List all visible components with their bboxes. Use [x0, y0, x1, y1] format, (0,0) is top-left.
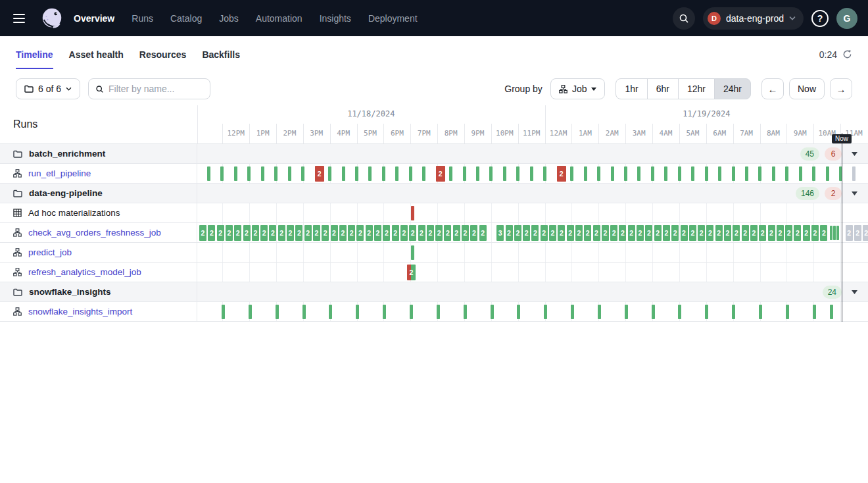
run-bar[interactable]	[624, 166, 627, 181]
run-bar[interactable]	[570, 166, 573, 181]
deployment-selector[interactable]: D data-eng-prod	[703, 7, 804, 30]
run-bar[interactable]	[261, 166, 264, 181]
job-row-check-avg-orders-freshness-job[interactable]: check_avg_orders_freshness_job2222222222…	[0, 223, 868, 243]
run-bar[interactable]	[329, 305, 332, 319]
run-bar[interactable]: 2	[523, 225, 530, 241]
run-bar[interactable]	[836, 226, 839, 240]
run-bar[interactable]	[852, 166, 856, 181]
run-bar[interactable]: 2	[217, 225, 224, 241]
run-bar[interactable]: 2	[863, 225, 868, 241]
run-bar[interactable]	[395, 166, 398, 181]
nav-item-insights[interactable]: Insights	[320, 13, 351, 24]
run-bar[interactable]	[625, 305, 628, 319]
run-bar[interactable]: 2	[637, 225, 644, 241]
run-bar[interactable]: 2	[436, 166, 445, 182]
run-bar[interactable]	[276, 305, 279, 319]
run-bar[interactable]: 2	[671, 225, 679, 241]
run-bar[interactable]: 2	[514, 225, 521, 241]
run-bar[interactable]: 2	[567, 225, 574, 241]
range-12hr-button[interactable]: 12hr	[678, 78, 715, 99]
job-row-refresh-analytics-model-job[interactable]: refresh_analytics_model_job2	[0, 263, 868, 282]
run-bar[interactable]: 2	[759, 225, 766, 241]
run-bar[interactable]: 2	[785, 225, 792, 241]
run-bar[interactable]: 2	[315, 166, 324, 182]
run-bar[interactable]: 2	[339, 225, 347, 241]
row-title[interactable]: predict_job	[28, 247, 72, 257]
run-bar[interactable]	[786, 305, 789, 319]
run-bar[interactable]: 2	[427, 225, 434, 241]
run-bar[interactable]	[220, 166, 224, 181]
run-bar[interactable]	[356, 305, 359, 319]
run-bar[interactable]: 2	[733, 225, 740, 241]
run-bar[interactable]: 2	[619, 225, 626, 241]
row-title[interactable]: check_avg_orders_freshness_job	[28, 228, 161, 238]
run-bar[interactable]	[785, 166, 788, 181]
run-bar[interactable]	[234, 166, 237, 181]
search-button[interactable]	[673, 7, 695, 30]
job-row-ad-hoc-materializations[interactable]: Ad hoc materializations	[0, 203, 868, 223]
run-bar[interactable]: 2	[407, 265, 416, 280]
help-button[interactable]: ?	[811, 10, 829, 27]
run-bar[interactable]	[652, 305, 655, 319]
run-bar[interactable]	[543, 166, 546, 181]
run-bar[interactable]: 2	[750, 225, 758, 241]
run-bar[interactable]: 2	[269, 225, 276, 241]
timeline-now-button[interactable]: Now	[789, 78, 825, 99]
run-bar[interactable]: 2	[208, 225, 215, 241]
run-bar[interactable]	[368, 166, 372, 181]
run-bar[interactable]: 2	[348, 225, 355, 241]
group-row-data-eng-pipeline[interactable]: data-eng-pipeline1462	[0, 184, 868, 203]
run-bar[interactable]: 2	[506, 225, 513, 241]
run-bar[interactable]	[759, 305, 762, 319]
nav-item-deployment[interactable]: Deployment	[368, 13, 418, 24]
expand-caret-icon[interactable]	[847, 285, 861, 299]
nav-item-runs[interactable]: Runs	[132, 13, 153, 24]
run-bar[interactable]	[342, 166, 345, 181]
run-bar[interactable]	[516, 166, 519, 181]
run-bar[interactable]	[826, 166, 829, 181]
run-bar[interactable]	[517, 305, 520, 319]
run-bar[interactable]: 2	[575, 225, 583, 241]
run-bar[interactable]: 2	[400, 225, 408, 241]
run-bar[interactable]: 2	[803, 225, 810, 241]
run-bar[interactable]: 2	[462, 225, 469, 241]
run-bar[interactable]	[830, 305, 833, 319]
run-bar[interactable]: 2	[374, 225, 381, 241]
run-bar[interactable]	[222, 305, 225, 319]
run-bar[interactable]	[651, 166, 654, 181]
tab-asset-health[interactable]: Asset health	[69, 36, 124, 72]
run-bar[interactable]	[813, 305, 816, 319]
run-bar[interactable]	[489, 166, 493, 181]
run-bar[interactable]	[691, 166, 694, 181]
run-bar[interactable]: 2	[777, 225, 784, 241]
run-bar[interactable]: 2	[287, 225, 294, 241]
run-bar[interactable]: 2	[663, 225, 670, 241]
job-row-run-etl-pipeline[interactable]: run_etl_pipeline222	[0, 164, 868, 184]
run-bar[interactable]: 2	[558, 225, 565, 241]
run-bar[interactable]	[355, 166, 358, 181]
run-bar[interactable]: 2	[409, 225, 416, 241]
run-bar[interactable]: 3	[496, 225, 504, 241]
run-bar[interactable]	[611, 166, 614, 181]
group-row-batch-enrichment[interactable]: batch_enrichment456	[0, 144, 868, 164]
tab-timeline[interactable]: Timeline	[16, 36, 53, 72]
row-title[interactable]: refresh_analytics_model_job	[28, 267, 141, 277]
run-bar[interactable]	[732, 166, 735, 181]
run-bar[interactable]	[799, 166, 802, 181]
range-1hr-button[interactable]: 1hr	[615, 78, 647, 99]
run-bar[interactable]: 2	[356, 225, 364, 241]
run-bar[interactable]: 2	[584, 225, 591, 241]
run-bar[interactable]	[758, 166, 761, 181]
run-bar[interactable]	[830, 226, 832, 240]
refresh-icon[interactable]	[842, 49, 852, 59]
run-bar[interactable]: 2	[435, 225, 443, 241]
run-bar[interactable]	[503, 166, 506, 181]
run-bar[interactable]	[302, 305, 306, 319]
run-bar[interactable]: 2	[470, 225, 477, 241]
run-bar[interactable]: 2	[557, 166, 566, 182]
tab-resources[interactable]: Resources	[139, 36, 187, 72]
run-bar[interactable]	[732, 305, 735, 319]
expand-caret-icon[interactable]	[847, 186, 861, 201]
run-bar[interactable]	[491, 305, 494, 319]
run-bar[interactable]: 2	[593, 225, 600, 241]
